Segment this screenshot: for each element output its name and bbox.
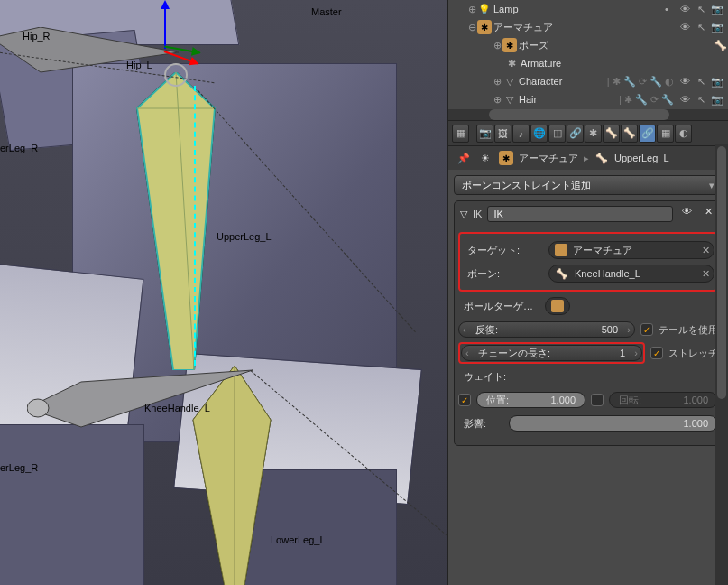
object-icon	[551, 300, 564, 312]
bone-icon: 🦴	[594, 151, 609, 165]
properties-context-tabs: ▦ 📷 🖼 ♪ 🌐 ◫ 🔗 ✱ 🦴 🦴 🔗 ▦ ◐	[448, 121, 728, 146]
highlight-target-bone: ターゲット: アーマチュア ✕ ボーン: 🦴 KneeHandle_L ✕	[458, 232, 718, 292]
outliner-item[interactable]: アーマチュア	[492, 21, 677, 34]
bone-value: KneeHandle_L	[575, 268, 640, 279]
label-bone: ボーン:	[462, 267, 543, 281]
cursor-icon[interactable]: ↖	[694, 92, 708, 107]
outliner-scrollbar[interactable]	[448, 109, 728, 120]
mesh-icon: ▽	[502, 92, 517, 107]
breadcrumb-bone[interactable]: UpperLeg_L	[614, 153, 669, 163]
eye-icon[interactable]: 👁	[677, 2, 692, 16]
render-icon[interactable]: 📷	[710, 92, 724, 107]
label-weight: ウェイト:	[458, 370, 539, 384]
cursor-icon[interactable]: ↖	[694, 2, 708, 16]
outliner-item[interactable]: ポーズ	[517, 39, 708, 52]
pole-target-field[interactable]	[545, 297, 570, 315]
delete-x-icon[interactable]: ✕	[700, 206, 716, 222]
tab-world[interactable]: 🌐	[530, 125, 548, 143]
breadcrumb: 📌 ☀ ✱ アーマチュア ▸ 🦴 UpperLeg_L	[448, 146, 728, 170]
tab-constraints[interactable]: 🔗	[567, 125, 584, 143]
label-influence: 影響:	[458, 417, 503, 431]
weight-position-checkbox[interactable]	[458, 394, 471, 406]
constraint-type: IK	[473, 209, 482, 219]
clear-target-icon[interactable]: ✕	[702, 245, 710, 256]
add-constraint-label: ボーンコンストレイント追加	[462, 179, 591, 192]
stretch-checkbox[interactable]	[650, 347, 663, 359]
tab-render[interactable]: 📷	[476, 125, 493, 143]
chevron-right-icon: ▸	[584, 153, 589, 164]
bone-icon: 🦴	[555, 266, 569, 281]
tab-material[interactable]: ▦	[657, 125, 674, 143]
sub-lamp-icon: •	[659, 2, 674, 16]
target-value: アーマチュア	[573, 244, 632, 257]
breadcrumb-armature[interactable]: アーマチュア	[519, 152, 578, 165]
data-armature-icon: ✱	[504, 56, 519, 70]
render-icon[interactable]: 📷	[710, 74, 724, 88]
mesh-icon: ▽	[502, 74, 517, 88]
label-usetail: テールを使用	[659, 323, 718, 337]
influence-slider[interactable]: 1.000	[509, 415, 718, 432]
lamp-icon: 💡	[477, 2, 492, 16]
render-icon[interactable]: 📷	[710, 2, 724, 16]
outliner-item[interactable]: Armature	[519, 58, 728, 69]
outliner-item[interactable]: Hair	[517, 94, 619, 105]
object-icon	[555, 244, 567, 256]
tab-modifiers[interactable]: ✱	[585, 125, 602, 143]
label-target: ターゲット:	[462, 244, 543, 257]
outliner[interactable]: ⊕ 💡 Lamp • 👁↖📷 ⊖ ✱ アーマチュア 👁↖📷 ⊕ ✱ ポーズ 🦴 …	[448, 0, 728, 121]
armature-icon: ✱	[477, 20, 492, 34]
tab-data[interactable]: 🦴	[603, 125, 620, 143]
mute-eye-icon[interactable]: 👁	[678, 206, 695, 222]
eye-icon[interactable]: 👁	[677, 74, 692, 88]
expand-icon[interactable]: ⊕	[466, 4, 477, 15]
tab-bone[interactable]: 🦴	[621, 125, 638, 143]
target-field[interactable]: アーマチュア ✕	[548, 241, 714, 259]
outliner-item[interactable]: Lamp	[492, 4, 659, 14]
weight-rotation-checkbox[interactable]	[591, 394, 604, 406]
tab-texture[interactable]: ◐	[675, 125, 692, 143]
expand-icon[interactable]: ⊕	[492, 76, 502, 88]
render-icon[interactable]: 📷	[710, 20, 724, 34]
label-stretch: ストレッチ	[668, 347, 718, 360]
outliner-item[interactable]: Character	[517, 76, 607, 87]
editor-type-icon[interactable]: ▦	[452, 125, 469, 143]
bone-label-master: Master	[311, 6, 342, 17]
iterations-field[interactable]: 反復: 500	[458, 321, 635, 338]
collapse-icon[interactable]: ⊖	[466, 22, 477, 33]
chain-length-field[interactable]: チェーンの長さ: 1	[461, 345, 642, 361]
eye-icon[interactable]: 👁	[677, 92, 692, 107]
eye-icon[interactable]: 👁	[677, 20, 692, 34]
properties-panel: ⊕ 💡 Lamp • 👁↖📷 ⊖ ✱ アーマチュア 👁↖📷 ⊕ ✱ ポーズ 🦴 …	[447, 0, 728, 585]
bone-icon: 🦴	[714, 38, 728, 52]
bone-field[interactable]: 🦴 KneeHandle_L ✕	[548, 265, 714, 283]
tab-scene[interactable]: ♪	[512, 125, 530, 143]
armature-icon: ✱	[499, 151, 513, 165]
toggle-icon[interactable]: ☀	[477, 150, 493, 166]
pose-icon: ✱	[502, 38, 517, 52]
use-tail-checkbox[interactable]	[640, 323, 653, 336]
constraint-name-input[interactable]: IK	[487, 206, 673, 222]
weight-position-slider[interactable]: 位置: 1.000	[476, 392, 585, 408]
tab-render-layers[interactable]: 🖼	[494, 125, 511, 143]
cursor-icon[interactable]: ↖	[694, 74, 708, 88]
tab-object[interactable]: ◫	[548, 125, 566, 143]
viewport-3d[interactable]: Master Hip_R Hip_L UpperLeg_L KneeHandle…	[0, 0, 447, 585]
pin-icon[interactable]: 📌	[456, 150, 472, 166]
bone-constraints-region: ボーンコンストレイント追加 ▽ IK IK 👁 ✕ ターゲット: アーマチュア	[448, 170, 728, 585]
properties-scrollbar[interactable]	[715, 144, 728, 585]
tab-bone-constraints[interactable]: 🔗	[639, 125, 656, 143]
cursor-icon[interactable]: ↖	[694, 20, 708, 34]
label-pole: ポールターゲ…	[458, 300, 539, 313]
weight-rotation-slider[interactable]: 回転: 1.000	[609, 392, 718, 408]
expand-icon[interactable]: ⊕	[492, 94, 502, 106]
add-constraint-dropdown[interactable]: ボーンコンストレイント追加	[454, 175, 723, 195]
expand-icon[interactable]: ⊕	[492, 40, 502, 51]
constraint-ik: ▽ IK IK 👁 ✕ ターゲット: アーマチュア ✕	[454, 200, 723, 446]
clear-bone-icon[interactable]: ✕	[702, 268, 710, 280]
collapse-triangle-icon[interactable]: ▽	[460, 209, 467, 220]
